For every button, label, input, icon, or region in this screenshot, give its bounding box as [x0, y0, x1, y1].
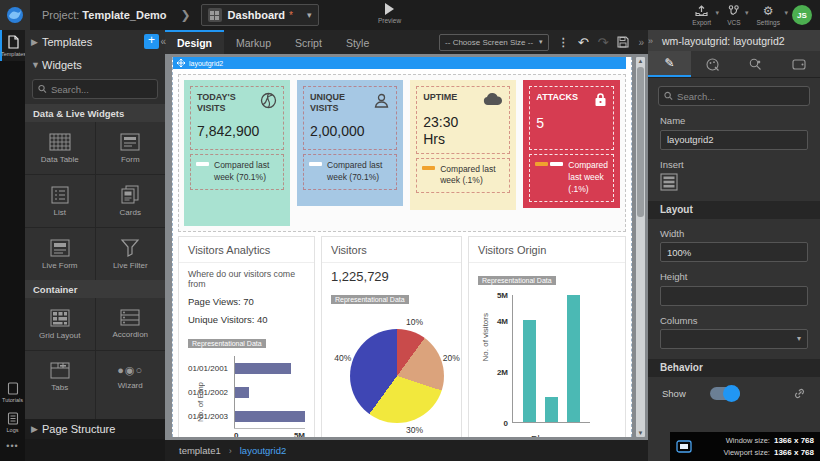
page-structure-label: Page Structure	[42, 423, 115, 435]
widget-partial[interactable]	[96, 403, 166, 419]
panel-visitors-analytics[interactable]: Visitors Analytics Where do our visitors…	[178, 236, 315, 437]
widget-data-table[interactable]: Data Table	[25, 122, 95, 174]
bar	[545, 397, 558, 422]
widget-wizard[interactable]: ●◉○ Wizard	[96, 351, 166, 403]
page-surface[interactable]: layoutgrid2 TODAY'S VISITS 7,842,900	[172, 57, 632, 437]
bar	[235, 363, 291, 374]
bar	[235, 411, 305, 422]
tab-markup[interactable]: Markup	[224, 30, 283, 54]
kpi-card-attacks[interactable]: ATTACKS 5 Compared last week (.1%)	[523, 80, 620, 208]
widget-live-form[interactable]: Live Form	[25, 228, 95, 280]
selection-header[interactable]: layoutgrid2	[173, 57, 626, 69]
vcs-button[interactable]: VCS ▾	[727, 5, 740, 26]
templates-section-row[interactable]: ▶ Templates + «	[25, 30, 165, 53]
canvas-scrollbar[interactable]: ▲ ▼	[636, 57, 645, 437]
export-icon	[695, 5, 708, 17]
rail-item-templates[interactable]: Templates	[0, 30, 25, 61]
widget-form[interactable]: Form	[96, 122, 166, 174]
insert-label: Insert	[660, 159, 808, 170]
kpi-value: 23:30 Hrs	[423, 114, 465, 148]
settings-label: Settings	[757, 19, 781, 26]
stat-page-views: Page Views: 70	[188, 296, 305, 307]
gear-icon: ⚙	[763, 5, 774, 17]
properties-panel-title: wm-layoutgrid: layoutgrid2	[662, 35, 785, 47]
height-field[interactable]	[660, 286, 808, 306]
tab-styles[interactable]	[691, 51, 734, 77]
search-icon	[664, 91, 673, 101]
preview-button[interactable]: Preview	[378, 3, 401, 24]
more-menu-icon[interactable]: ⋮	[558, 36, 569, 49]
widget-grid-container: Grid Layout Accordion Tabs ●◉○ Wizard	[25, 298, 165, 403]
representational-data-badge: Representational Data	[478, 276, 556, 285]
design-canvas: layoutgrid2 TODAY'S VISITS 7,842,900	[165, 54, 648, 440]
widget-tabs[interactable]: Tabs	[25, 351, 95, 403]
panel-visitors[interactable]: Visitors 1,225,729 Representational Data…	[321, 236, 462, 437]
page-structure-toggle[interactable]: ▶ Page Structure	[25, 419, 165, 439]
property-search[interactable]	[658, 86, 810, 106]
more-options-icon[interactable]: •••	[0, 437, 25, 455]
collapse-panel-icon[interactable]: »	[648, 36, 653, 46]
caret-right-icon: ▶	[31, 37, 42, 47]
widget-accordion[interactable]: Accordion	[96, 298, 166, 350]
scrollbar-thumb[interactable]	[637, 67, 644, 217]
save-button[interactable]	[617, 36, 629, 48]
bar-category-label: 01/01/2001	[188, 364, 234, 373]
settings-button[interactable]: ⚙ Settings ▾	[757, 5, 781, 26]
name-field[interactable]	[660, 130, 808, 150]
scroll-down-icon[interactable]: ▼	[636, 430, 645, 436]
chevron-double-right-icon[interactable]: »	[638, 37, 644, 48]
tab-style[interactable]: Style	[334, 30, 381, 54]
property-search-input[interactable]	[677, 91, 804, 102]
tab-properties[interactable]: ✎	[648, 51, 691, 77]
widget-partial[interactable]	[25, 403, 95, 419]
project-label: Project:	[42, 9, 79, 21]
widgets-section-row[interactable]: ▼ Widgets	[25, 53, 165, 76]
rail-item-tutorials[interactable]: Tutorials	[0, 377, 25, 407]
columns-select[interactable]: ▾	[660, 329, 808, 349]
width-field[interactable]	[660, 242, 808, 262]
widget-list[interactable]: List	[25, 175, 95, 227]
user-avatar[interactable]: JS	[792, 5, 812, 25]
tab-script[interactable]: Script	[283, 30, 334, 54]
data-table-icon	[49, 133, 71, 151]
breadcrumb-template1[interactable]: template1	[179, 445, 221, 456]
wavemaker-logo[interactable]	[0, 0, 30, 30]
screen-size-dropdown[interactable]: -- Choose Screen Size -- ▾	[439, 34, 549, 51]
widget-search-input[interactable]	[51, 84, 152, 95]
rail-item-logs[interactable]: Logs	[0, 407, 25, 437]
widget-cards[interactable]: Cards	[96, 175, 166, 227]
kpi-value: 5	[536, 115, 602, 132]
add-template-button[interactable]: +	[144, 34, 159, 49]
columns-field-label: Columns	[660, 315, 808, 326]
bind-link-icon[interactable]	[793, 387, 806, 400]
play-icon	[385, 3, 394, 15]
lock-icon	[594, 92, 607, 107]
collapse-panel-icon[interactable]: «	[160, 36, 166, 47]
export-button[interactable]: Export ▾	[692, 5, 711, 26]
widget-search[interactable]	[32, 79, 158, 99]
tab-device[interactable]	[777, 51, 820, 77]
kpi-card-todays-visits[interactable]: TODAY'S VISITS 7,842,900 Compared last w…	[184, 80, 290, 226]
kpi-card-unique-visits[interactable]: UNIQUE VISITS 2,00,000 Compared last wee…	[297, 80, 403, 206]
kpi-card-uptime[interactable]: UPTIME 23:30 Hrs Compared last week (.1%…	[410, 80, 516, 210]
bar	[523, 320, 536, 422]
sidebar-footer	[25, 439, 165, 461]
widget-live-filter[interactable]: Live Filter	[96, 228, 166, 280]
redo-button[interactable]: ↷	[598, 35, 609, 50]
tab-search-properties[interactable]	[734, 51, 777, 77]
widget-label: Data Table	[41, 155, 79, 164]
tab-design[interactable]: Design	[165, 30, 224, 54]
undo-button[interactable]: ↶	[578, 35, 589, 50]
breadcrumb-layoutgrid2[interactable]: layoutgrid2	[240, 445, 286, 456]
show-toggle[interactable]	[710, 387, 740, 400]
scroll-up-icon[interactable]: ▲	[636, 58, 645, 64]
height-field-label: Height	[660, 271, 808, 282]
insert-row-button[interactable]	[660, 173, 808, 191]
widget-label: Cards	[120, 208, 141, 217]
vcs-label: VCS	[727, 19, 740, 26]
panel-visitors-origin[interactable]: Visitors Origin Representational Data No…	[468, 236, 626, 437]
chevron-down-icon: ▾	[716, 9, 720, 17]
widget-grid-layout[interactable]: Grid Layout	[25, 298, 95, 350]
page-selector-dropdown[interactable]: Dashboard * ▾	[201, 4, 319, 26]
visitors-total: 1,225,729	[331, 269, 452, 284]
